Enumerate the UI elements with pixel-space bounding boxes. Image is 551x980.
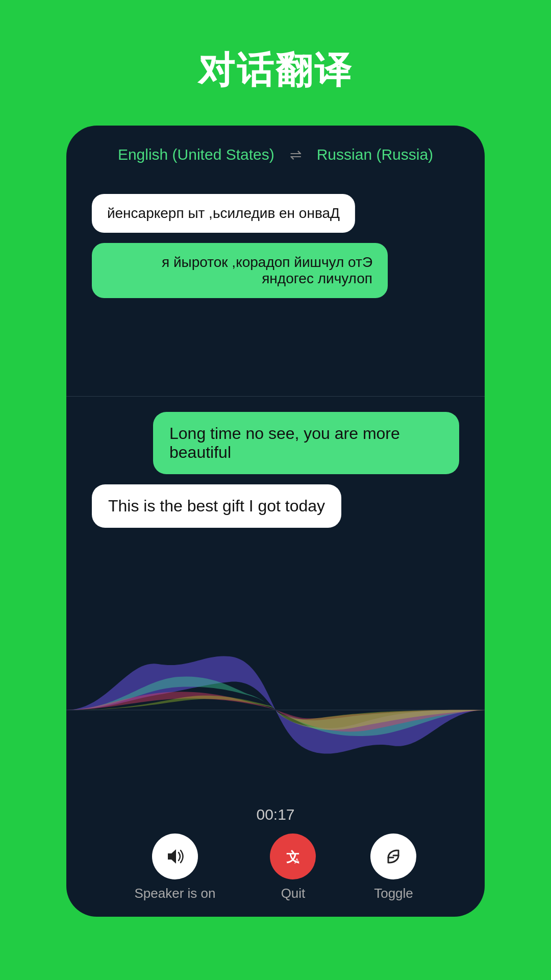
footer: 00:17 Speaker is on 文 A xyxy=(66,806,485,917)
waveform-svg xyxy=(66,649,485,771)
toggle-label: Toggle xyxy=(374,886,413,901)
footer-buttons: Speaker is on 文 A Quit xyxy=(66,834,485,901)
quit-label: Quit xyxy=(281,886,306,901)
waveform-container xyxy=(66,614,485,806)
phone-card: English (United States) ⇌ Russian (Russi… xyxy=(66,126,485,917)
bubble-white: This is the best gift I got today xyxy=(92,484,341,528)
bubble-white-mirrored: Давно не виделись, ты прекрасней xyxy=(92,194,355,233)
speaker-icon xyxy=(164,845,186,868)
page-title: 对话翻译 xyxy=(198,46,353,95)
toggle-button[interactable]: Toggle xyxy=(370,834,416,901)
translate-icon: 文 A xyxy=(282,845,304,868)
toggle-btn-circle[interactable] xyxy=(370,834,416,879)
timer-display: 00:17 xyxy=(256,806,294,823)
speaker-label: Speaker is on xyxy=(135,886,216,901)
lang-arrows-icon[interactable]: ⇌ xyxy=(290,146,302,163)
bubble-green: Long time no see, you are more beautiful xyxy=(153,412,459,474)
speaker-btn-circle[interactable] xyxy=(152,834,198,879)
toggle-icon xyxy=(382,845,405,868)
speaker-button[interactable]: Speaker is on xyxy=(135,834,216,901)
bubble-green-mirrored: Это лучший подарок, который я получил се… xyxy=(92,243,388,298)
language-header: English (United States) ⇌ Russian (Russi… xyxy=(66,126,485,179)
quit-button[interactable]: 文 A Quit xyxy=(270,834,316,901)
bottom-section: Long time no see, you are more beautiful… xyxy=(66,397,485,614)
lang-right: Russian (Russia) xyxy=(317,146,433,163)
lang-left: English (United States) xyxy=(118,146,274,163)
quit-btn-circle[interactable]: 文 A xyxy=(270,834,316,879)
top-section: Это лучший подарок, который я получил се… xyxy=(66,179,485,396)
svg-text:A: A xyxy=(295,857,300,865)
